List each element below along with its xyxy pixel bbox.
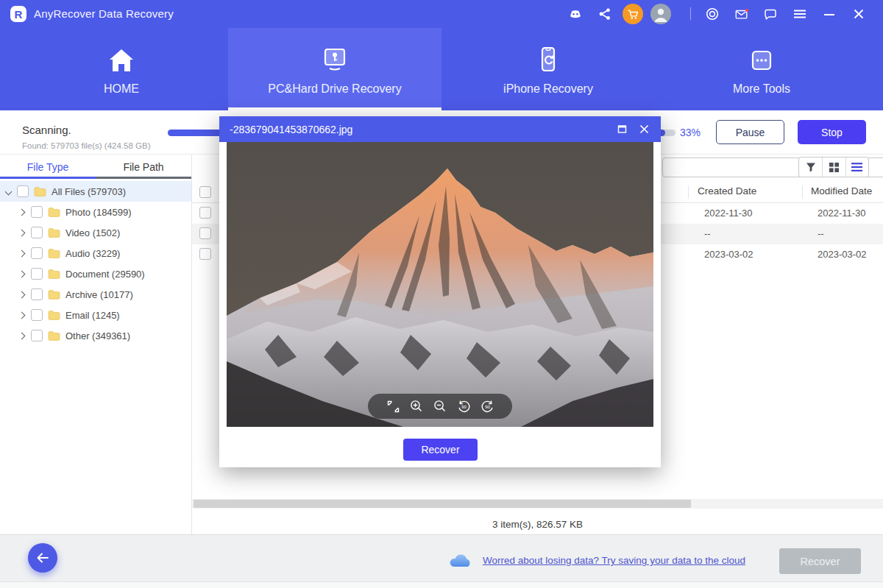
tab-pc-hard-drive-recovery[interactable]: PC&Hard Drive Recovery: [228, 28, 442, 110]
preview-recover-button[interactable]: Recover: [403, 439, 478, 461]
chevron-right-icon[interactable]: [18, 332, 26, 339]
account-icon[interactable]: [650, 4, 671, 24]
checkbox[interactable]: [31, 309, 43, 321]
chevron-down-icon[interactable]: [5, 188, 13, 195]
folder-icon: [48, 248, 60, 258]
tab-file-type[interactable]: File Type: [0, 155, 96, 179]
cell-modified-date: 2022-11-30: [818, 208, 866, 219]
tree-item-archive[interactable]: Archive (10177): [0, 284, 191, 305]
cart-icon[interactable]: [623, 4, 643, 24]
tab-iphone-recovery[interactable]: iPhone Recovery: [442, 28, 655, 110]
discord-icon[interactable]: [568, 7, 583, 21]
tree-item-email[interactable]: Email (1245): [0, 305, 191, 325]
sidebar-tabs: File Type File Path: [0, 155, 191, 179]
tree-item-label: All Files (579703): [52, 186, 126, 197]
checkbox[interactable]: [31, 268, 43, 280]
grid-view-icon: [829, 162, 840, 173]
share-icon[interactable]: [597, 7, 612, 21]
filter-button[interactable]: [799, 157, 822, 177]
chevron-right-icon[interactable]: [18, 208, 26, 216]
tree-item-photo[interactable]: Photo (184599): [0, 202, 191, 222]
view-toggle-group: [798, 157, 869, 177]
pause-button[interactable]: Pause: [716, 120, 784, 144]
titlebar-divider: [690, 7, 691, 20]
cloud-icon: [447, 552, 474, 573]
chevron-right-icon[interactable]: [18, 311, 26, 319]
maximize-icon[interactable]: [615, 122, 628, 135]
tree-item-other[interactable]: Other (349361): [0, 325, 191, 346]
svg-text:90: 90: [485, 405, 490, 409]
row-checkbox[interactable]: [199, 227, 211, 239]
tree-item-all-files[interactable]: All Files (579703): [0, 181, 191, 202]
stop-button[interactable]: Stop: [798, 120, 866, 144]
scrollbar-thumb[interactable]: [194, 500, 691, 508]
horizontal-scrollbar[interactable]: [192, 499, 883, 509]
app-title: AnyRecover Data Recovery: [34, 7, 174, 20]
close-preview-icon[interactable]: [637, 122, 650, 135]
folder-icon: [48, 227, 60, 238]
tree-item-label: Photo (184599): [65, 207, 132, 218]
checkbox[interactable]: [31, 330, 43, 341]
checkbox[interactable]: [17, 185, 29, 197]
target-icon[interactable]: [705, 7, 720, 21]
back-button[interactable]: [28, 543, 57, 573]
tree-item-label: Archive (10177): [65, 289, 133, 300]
scan-progress-percent: 33%: [680, 127, 701, 138]
cell-modified-date: 2023-03-02: [818, 249, 867, 260]
select-all-checkbox[interactable]: [199, 186, 211, 198]
chevron-right-icon[interactable]: [18, 249, 26, 257]
chevron-right-icon[interactable]: [18, 270, 26, 277]
chevron-right-icon[interactable]: [18, 291, 26, 298]
rotate-left-90-icon[interactable]: 90: [457, 400, 471, 414]
list-view-button[interactable]: [845, 157, 868, 177]
menu-icon[interactable]: [792, 7, 807, 21]
filter-icon: [805, 161, 817, 173]
scan-status-text: Scanning.: [22, 124, 71, 136]
cell-created-date: 2023-03-02: [704, 249, 753, 260]
minimize-icon[interactable]: [822, 7, 837, 21]
chevron-right-icon[interactable]: [18, 229, 26, 236]
tab-label: iPhone Recovery: [503, 82, 593, 96]
tree-item-document[interactable]: Document (29590): [0, 263, 191, 284]
main-nav: HOME PC&Hard Drive Recovery iPhone Recov…: [0, 28, 883, 110]
column-header-modified[interactable]: Modified Date: [811, 185, 872, 196]
folder-icon: [48, 207, 60, 217]
checkbox[interactable]: [31, 206, 43, 218]
grid-view-button[interactable]: [822, 157, 845, 177]
folder-icon: [48, 330, 60, 341]
list-view-icon: [851, 162, 863, 172]
file-tree: All Files (579703) Photo (184599) Video …: [0, 181, 191, 346]
bottom-edge: [0, 581, 883, 588]
cloud-save-link[interactable]: Worred about losing data? Try saving you…: [483, 555, 745, 566]
tree-item-audio[interactable]: Audio (3229): [0, 243, 191, 263]
mail-icon[interactable]: [734, 7, 749, 21]
tree-item-label: Other (349361): [65, 330, 130, 341]
tree-item-video[interactable]: Video (1502): [0, 222, 191, 243]
scan-found-text: Found: 579703 file(s) (424.58 GB): [22, 141, 151, 150]
folder-icon: [48, 269, 60, 279]
rotate-right-90-icon[interactable]: 90: [480, 400, 494, 414]
row-checkbox[interactable]: [199, 207, 211, 219]
fullscreen-icon[interactable]: [386, 400, 400, 414]
close-icon[interactable]: [851, 7, 866, 21]
tab-file-path[interactable]: File Path: [96, 155, 191, 179]
tab-home[interactable]: HOME: [15, 28, 228, 110]
checkbox[interactable]: [31, 227, 43, 238]
cell-created-date: --: [704, 228, 711, 239]
zoom-in-icon[interactable]: [410, 400, 424, 414]
column-header-created[interactable]: Created Date: [698, 185, 756, 196]
title-bar: R AnyRecover Data Recovery: [0, 0, 883, 28]
tab-more-tools[interactable]: More Tools: [655, 28, 868, 110]
chat-icon[interactable]: [763, 7, 778, 21]
preview-filename: -283679041453870662.jpg: [230, 124, 352, 135]
row-checkbox[interactable]: [199, 248, 211, 260]
zoom-out-icon[interactable]: [433, 400, 447, 414]
preview-controls: 90 90: [368, 394, 512, 419]
home-icon: [107, 44, 135, 77]
tree-item-label: Audio (3229): [65, 248, 120, 259]
more-tools-icon: [747, 44, 776, 77]
checkbox[interactable]: [31, 247, 43, 259]
cell-created-date: 2022-11-30: [704, 208, 753, 219]
recover-button-disabled[interactable]: Recover: [779, 548, 861, 574]
checkbox[interactable]: [31, 288, 43, 300]
